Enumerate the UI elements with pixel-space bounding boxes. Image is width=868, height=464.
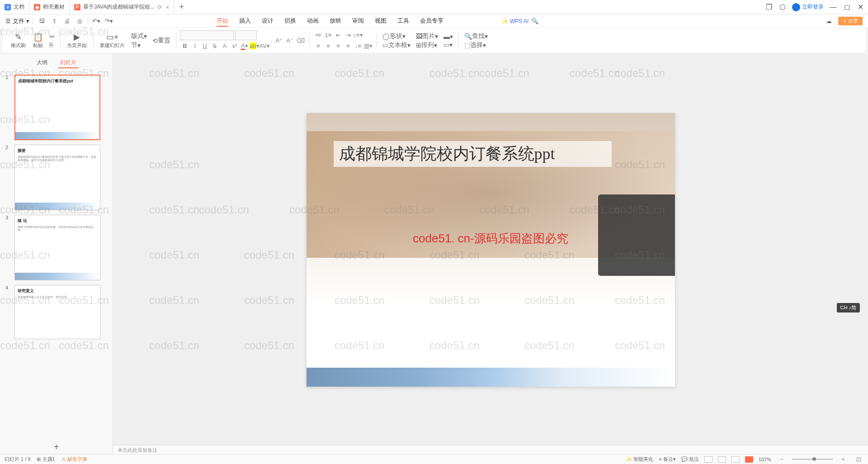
section-button[interactable]: 节▾ xyxy=(129,41,149,49)
number-list-button[interactable]: 1≡ xyxy=(323,30,333,40)
play-current-button[interactable]: ▶当页开始 xyxy=(64,31,90,50)
outline-button[interactable]: ▭▾ xyxy=(442,41,455,48)
menu-animation[interactable]: 动画 xyxy=(307,16,319,27)
redo-button[interactable]: ↷▾ xyxy=(104,17,113,26)
close-icon[interactable]: × xyxy=(165,4,169,11)
view-reading-button[interactable] xyxy=(731,456,740,463)
zoom-label[interactable]: 107% xyxy=(759,457,771,462)
highlight-button[interactable]: ab▾ xyxy=(250,41,259,51)
menu-start[interactable]: 开始 xyxy=(217,16,228,27)
superscript-button[interactable]: x² xyxy=(230,41,240,51)
new-slide-button[interactable]: ▭+新建幻灯片 xyxy=(97,31,127,50)
add-slide-button[interactable]: + xyxy=(0,439,113,455)
indent-dec-button[interactable]: ⇤ xyxy=(333,30,343,40)
reset-button[interactable]: ⟲ 重置 xyxy=(151,37,172,45)
font-shrink-button[interactable]: A⁻ xyxy=(285,36,295,46)
menu-slideshow[interactable]: 放映 xyxy=(330,16,341,27)
multiwin-icon[interactable]: ❐ xyxy=(765,3,773,11)
zoom-out-button[interactable]: − xyxy=(777,455,787,464)
undo-button[interactable]: ↶▾ xyxy=(92,17,101,26)
view-normal-button[interactable] xyxy=(704,456,712,463)
select-button[interactable]: ⬚ 选择▾ xyxy=(462,41,490,49)
align-left-button[interactable]: ≡ xyxy=(313,41,323,51)
slide-thumbnail-2[interactable]: 摘要 成都锦城学院校内订餐系统的开发与设计基于现有网络平台，设备购置费低，并且可… xyxy=(14,145,100,210)
slides-tab[interactable]: 幻灯片 xyxy=(58,58,78,68)
slide-title-text[interactable]: 成都锦城学院校内订餐系统ppt xyxy=(334,141,612,167)
copy-button[interactable]: ⎘ xyxy=(47,41,57,48)
new-tab-button[interactable]: + xyxy=(174,2,189,12)
login-button[interactable]: 👤立即登录 xyxy=(792,3,824,11)
beautify-button[interactable]: ✨ 智能美化 xyxy=(626,456,653,463)
indent-inc-button[interactable]: ⇥ xyxy=(343,30,353,40)
share-button[interactable]: ⇧ 分享 xyxy=(838,17,863,25)
cut-button[interactable]: ✂ xyxy=(47,33,57,40)
bullet-list-button[interactable]: •≡ xyxy=(313,30,323,40)
picture-button[interactable]: 🖼 图片▾ xyxy=(414,32,440,40)
menu-review[interactable]: 审阅 xyxy=(352,16,364,27)
minimize-button[interactable]: — xyxy=(829,3,837,11)
textbox-button[interactable]: ▭ 文本框▾ xyxy=(381,41,412,49)
menu-transition[interactable]: 切换 xyxy=(284,16,296,27)
current-slide[interactable]: 成都锦城学院校内订餐系统ppt code51. cn-源码乐园盗图必究 xyxy=(307,113,675,387)
fill-button[interactable]: ▬▾ xyxy=(442,33,455,40)
columns-button[interactable]: ▥▾ xyxy=(363,41,373,51)
slide-thumbnail-1[interactable]: 成都锦城学院校内订餐系统ppt xyxy=(14,75,100,140)
save-button[interactable]: 🖫 xyxy=(37,17,46,26)
ime-indicator[interactable]: CH ♪简 xyxy=(837,303,860,312)
zoom-slider[interactable] xyxy=(792,459,833,460)
font-grow-button[interactable]: A⁺ xyxy=(274,36,284,46)
print-button[interactable]: 🖨 xyxy=(62,17,71,26)
view-sorter-button[interactable] xyxy=(718,456,726,463)
maximize-button[interactable]: ◻ xyxy=(843,3,851,11)
search-icon[interactable]: 🔍 xyxy=(530,17,539,26)
refresh-icon[interactable]: ⟳ xyxy=(157,4,162,10)
menu-view[interactable]: 视图 xyxy=(375,16,387,27)
layout-button[interactable]: 版式▾ xyxy=(129,32,149,40)
font-size-select[interactable] xyxy=(235,30,257,40)
theme-indicator[interactable]: ⊞ 主题1 xyxy=(37,456,55,463)
outline-tab[interactable]: 大纲 xyxy=(35,58,49,68)
clear-format-button[interactable]: ⌫ xyxy=(296,36,306,46)
view-slideshow-button[interactable] xyxy=(745,456,753,463)
comments-toggle[interactable]: 💬 批注 xyxy=(681,456,699,463)
menu-insert[interactable]: 插入 xyxy=(239,16,251,27)
preview-button[interactable]: ◎ xyxy=(75,17,84,26)
strike-button[interactable]: S̶ xyxy=(210,41,220,51)
box-icon[interactable]: ⬡ xyxy=(778,3,787,11)
cloud-icon[interactable]: ☁ xyxy=(825,17,834,26)
thumbnail-list[interactable]: 1 成都锦城学院校内订餐系统ppt 2 摘要 成都锦城学院校内订餐系统的开发与设… xyxy=(0,72,113,439)
notes-toggle[interactable]: ≡ 备注▾ xyxy=(659,456,675,463)
slide-thumbnail-3[interactable]: 绪 论 随着互联网科技和信息化的发展，计算机开始在各行各业普及应用... xyxy=(14,215,100,280)
tab-current[interactable]: P基于JAVA的成都锦城学院校...⟳× xyxy=(70,0,174,14)
missing-font-warning[interactable]: ⚠ 缺失字体 xyxy=(61,456,87,463)
paste-button[interactable]: 📋粘贴 xyxy=(30,31,46,50)
slide-canvas[interactable]: 成都锦城学院校内订餐系统ppt code51. cn-源码乐园盗图必究 xyxy=(113,54,868,445)
tab-template[interactable]: ◆稻壳素材 xyxy=(29,0,70,14)
align-center-button[interactable]: ≡ xyxy=(323,41,333,51)
italic-button[interactable]: I xyxy=(190,41,200,51)
arrange-button[interactable]: ⊞ 排列▾ xyxy=(414,41,440,49)
text-effect-button[interactable]: A xyxy=(220,41,230,51)
notes-area[interactable]: 单击此处添加备注 xyxy=(113,445,868,455)
wps-ai-button[interactable]: ✨WPS AI🔍 xyxy=(501,17,539,26)
find-button[interactable]: 🔍 查找▾ xyxy=(462,32,490,40)
menu-design[interactable]: 设计 xyxy=(262,16,274,27)
slide-thumbnail-4[interactable]: 研究意义 本系统研究意义在于提升效率、便于管理... xyxy=(14,285,100,339)
char-spacing-button[interactable]: AV▾ xyxy=(259,41,269,51)
bold-button[interactable]: B xyxy=(180,41,190,51)
align-right-button[interactable]: ≡ xyxy=(333,41,343,51)
font-color-button[interactable]: A▾ xyxy=(240,41,250,51)
tab-doc[interactable]: ≡文档 xyxy=(0,0,29,14)
zoom-in-button[interactable]: + xyxy=(838,455,848,464)
line-spacing-button[interactable]: ↕≡▾ xyxy=(353,30,363,40)
menu-member[interactable]: 会员专享 xyxy=(420,16,443,27)
file-menu[interactable]: ☰文件▾ xyxy=(5,17,29,25)
menu-tools[interactable]: 工具 xyxy=(397,16,409,27)
format-painter-button[interactable]: ✎格式刷 xyxy=(8,31,28,50)
fit-button[interactable]: ⊡ xyxy=(854,455,863,464)
zoom-thumb[interactable] xyxy=(812,457,816,461)
align-justify-button[interactable]: ≡ xyxy=(343,41,353,51)
export-button[interactable]: ⇪ xyxy=(50,17,59,26)
font-family-select[interactable] xyxy=(180,30,234,40)
close-window-button[interactable]: ✕ xyxy=(856,3,864,11)
